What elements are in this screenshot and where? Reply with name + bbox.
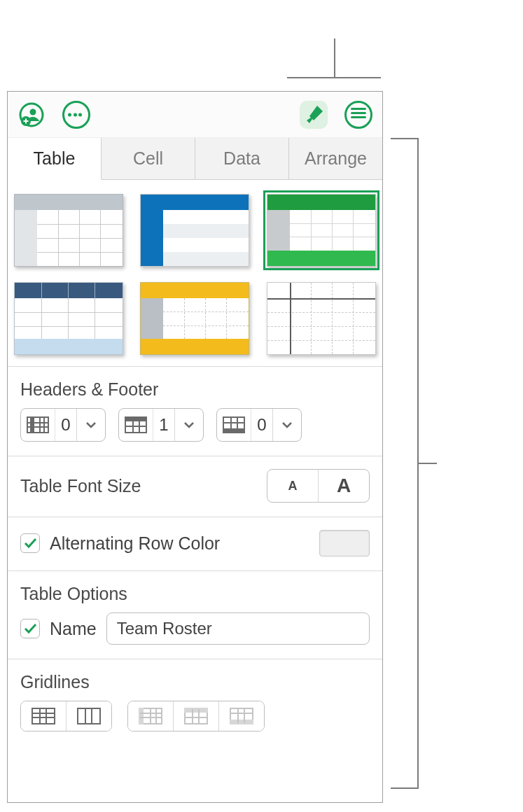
callout-line: [417, 463, 437, 464]
tab-label: Arrange: [305, 148, 367, 169]
table-style-thumb-4[interactable]: [14, 282, 123, 355]
add-collaborator-button[interactable]: [18, 101, 46, 129]
section-title: Gridlines: [20, 672, 372, 692]
table-name-input[interactable]: [106, 612, 370, 645]
table-name-checkbox[interactable]: [20, 619, 40, 638]
table-style-thumb-2[interactable]: [140, 194, 249, 267]
callout-line: [391, 788, 419, 789]
section-title: Headers & Footer: [20, 379, 372, 400]
add-person-icon: [19, 102, 44, 127]
table-font-size-section: Table Font Size A A: [8, 456, 382, 517]
tab-label: Data: [223, 148, 260, 169]
tab-table[interactable]: Table: [8, 138, 102, 180]
gridlines-body-segment: [20, 701, 112, 732]
header-columns-stepper[interactable]: 0: [20, 408, 106, 442]
table-style-thumb-6[interactable]: [267, 282, 376, 355]
tab-arrange[interactable]: Arrange: [289, 138, 382, 180]
headers-footer-section: Headers & Footer 0: [8, 367, 382, 456]
section-title: Table Options: [20, 584, 372, 604]
section-title: Table Font Size: [20, 476, 141, 496]
alt-row-checkbox[interactable]: [20, 533, 40, 553]
alt-row-label: Alternating Row Color: [50, 533, 220, 554]
table-style-thumb-3[interactable]: [267, 194, 376, 267]
font-size-increase-button[interactable]: A: [318, 470, 369, 502]
tab-data[interactable]: Data: [195, 138, 289, 180]
footer-rows-stepper[interactable]: 0: [216, 408, 302, 442]
ellipsis-icon: [62, 101, 90, 129]
callout-line: [287, 77, 381, 78]
more-button[interactable]: [62, 101, 90, 129]
format-button[interactable]: [300, 101, 328, 129]
chevron-down-icon[interactable]: [76, 409, 105, 441]
font-size-segment: A A: [267, 469, 370, 503]
view-options-button[interactable]: [344, 101, 372, 129]
gridlines-header-segment: [127, 701, 265, 732]
format-inspector-panel: Table Cell Data Arrange: [7, 91, 383, 803]
font-size-decrease-button[interactable]: A: [267, 470, 318, 502]
chevron-down-icon[interactable]: [174, 409, 203, 441]
inspector-tabs: Table Cell Data Arrange: [8, 138, 382, 180]
svg-rect-4: [24, 120, 29, 122]
grid-header-rows-icon: [184, 708, 208, 724]
toolbar: [8, 92, 382, 138]
table-name-label: Name: [50, 619, 97, 639]
chevron-down-icon[interactable]: [272, 409, 301, 441]
gridlines-body-vertical-button[interactable]: [66, 701, 111, 731]
callout-line: [391, 138, 419, 139]
grid-header-cols-icon: [139, 708, 162, 724]
alt-row-color-swatch[interactable]: [319, 530, 370, 556]
header-rows-value: 1: [153, 415, 174, 435]
header-columns-value: 0: [55, 415, 76, 435]
gridlines-header-cols-button[interactable]: [128, 701, 173, 731]
alt-row-section: Alternating Row Color: [8, 517, 382, 571]
table-style-thumb-5[interactable]: [140, 282, 249, 355]
gridlines-body-horizontal-button[interactable]: [21, 701, 66, 731]
tab-label: Table: [34, 148, 76, 169]
header-rows-stepper[interactable]: 1: [118, 408, 204, 442]
footer-rows-value: 0: [251, 415, 272, 435]
grid-footer-rows-icon: [230, 708, 253, 724]
table-options-section: Table Options Name: [8, 571, 382, 659]
gridlines-footer-rows-button[interactable]: [218, 701, 264, 731]
header-columns-icon: [27, 416, 49, 433]
gridlines-section: Gridlines: [8, 659, 382, 746]
table-style-gallery: [8, 180, 382, 367]
svg-point-1: [30, 108, 36, 115]
grid-vertical-icon: [77, 708, 101, 724]
tab-label: Cell: [133, 148, 163, 169]
callout-line: [334, 38, 335, 77]
paintbrush-icon: [302, 103, 326, 127]
menu-icon: [344, 101, 372, 129]
grid-horizontal-icon: [32, 708, 55, 724]
header-rows-icon: [125, 416, 147, 433]
gridlines-header-rows-button[interactable]: [173, 701, 218, 731]
table-style-thumb-1[interactable]: [14, 194, 123, 267]
footer-rows-icon: [223, 416, 245, 433]
tab-cell[interactable]: Cell: [102, 138, 195, 180]
